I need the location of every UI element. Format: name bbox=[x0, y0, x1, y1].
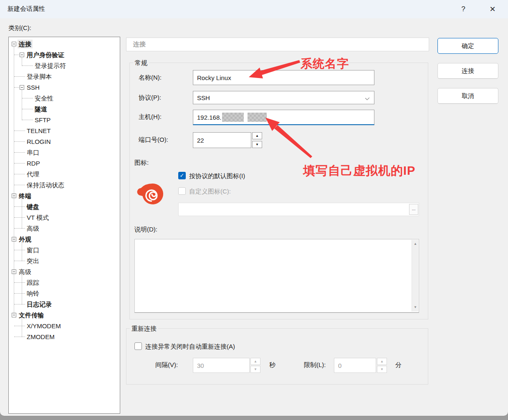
tree-item[interactable]: SSH bbox=[9, 82, 120, 93]
interval-label: 间隔(V): bbox=[155, 361, 178, 369]
tree-connector-line bbox=[22, 242, 22, 261]
tree-item[interactable]: 保持活动状态 bbox=[9, 180, 120, 191]
tree-item-label: 外观 bbox=[18, 235, 33, 244]
tree-item[interactable]: 登录脚本 bbox=[9, 71, 120, 82]
description-label: 说明(D): bbox=[134, 226, 157, 234]
tree-item[interactable]: VT 模式 bbox=[9, 212, 120, 223]
host-redacted-block bbox=[222, 113, 244, 122]
custom-icon-path-input[interactable] bbox=[178, 203, 419, 216]
icon-label: 图标: bbox=[134, 159, 149, 167]
tree-branch-line bbox=[14, 76, 25, 77]
protocol-select[interactable]: SSH bbox=[193, 91, 374, 104]
tree-item[interactable]: 用户身份验证 bbox=[9, 50, 120, 60]
tree-item-label: 窗口 bbox=[25, 246, 40, 254]
tree-collapse-icon[interactable] bbox=[20, 85, 24, 90]
tree-item-label: 连接 bbox=[18, 40, 33, 48]
tree-item-label: 安全性 bbox=[33, 94, 55, 103]
xshell-app-icon bbox=[137, 183, 164, 207]
tree-item-label: 隧道 bbox=[33, 105, 48, 113]
port-spin-up-icon[interactable]: ▲ bbox=[252, 132, 262, 139]
tree-item[interactable]: 登录提示符 bbox=[9, 60, 120, 71]
limit-spin-up-icon[interactable]: ▲ bbox=[377, 358, 387, 365]
help-icon[interactable]: ? bbox=[456, 3, 470, 15]
name-input[interactable]: Rocky Linux bbox=[193, 70, 374, 85]
tree-item[interactable]: 键盘 bbox=[9, 201, 120, 212]
tree-item[interactable]: 突出 bbox=[9, 256, 120, 267]
tree-branch-line bbox=[14, 87, 19, 88]
tree-branch-line bbox=[14, 152, 25, 153]
dialog-title: 新建会话属性 bbox=[8, 5, 45, 13]
custom-icon-checkbox[interactable] bbox=[178, 187, 186, 195]
tree-collapse-icon[interactable] bbox=[12, 42, 16, 46]
scroll-down-icon[interactable]: ▼ bbox=[412, 304, 419, 311]
tree-item[interactable]: 终端 bbox=[9, 191, 120, 201]
tree-connector-line bbox=[22, 199, 22, 229]
description-textarea[interactable]: ▲ ▼ bbox=[134, 239, 419, 313]
tree-item[interactable]: 外观 bbox=[9, 234, 120, 245]
tree-connector-line bbox=[22, 58, 22, 66]
tree-branch-line bbox=[14, 163, 25, 163]
tree-item[interactable]: RLOGIN bbox=[9, 136, 120, 147]
port-label: 端口号(O): bbox=[139, 136, 168, 144]
tree-item[interactable]: 高级 bbox=[9, 267, 120, 277]
port-spin-down-icon[interactable]: ▼ bbox=[252, 141, 262, 148]
browse-button[interactable]: ... bbox=[409, 204, 418, 215]
panel-header: 连接 bbox=[126, 38, 429, 51]
tree-item[interactable]: RDP bbox=[9, 158, 120, 169]
port-input[interactable]: 22 bbox=[193, 132, 251, 148]
ok-button[interactable]: 确定 bbox=[437, 38, 498, 54]
tree-rows: 连接用户身份验证登录提示符登录脚本SSH安全性隧道SFTPTELNETRLOGI… bbox=[9, 39, 120, 342]
interval-input[interactable]: 30 bbox=[193, 358, 250, 373]
auto-reconnect-checkbox-label: 连接异常关闭时自动重新连接(A) bbox=[145, 343, 235, 351]
tree-branch-line bbox=[14, 282, 25, 283]
tree-branch-line bbox=[14, 337, 25, 337]
tree-branch-line bbox=[14, 304, 25, 304]
cancel-button[interactable]: 取消 bbox=[437, 88, 498, 104]
tree-branch-line bbox=[22, 98, 33, 98]
tree-item[interactable]: 隧道 bbox=[9, 104, 120, 115]
host-redacted-block bbox=[248, 113, 267, 122]
tree-item[interactable]: ZMODEM bbox=[9, 332, 120, 342]
connect-button[interactable]: 连接 bbox=[437, 63, 498, 79]
tree-branch-line bbox=[14, 174, 25, 174]
limit-spin-down-icon[interactable]: ▼ bbox=[377, 366, 387, 373]
protocol-label: 协议(P): bbox=[139, 94, 161, 102]
tree-item[interactable]: 安全性 bbox=[9, 93, 120, 104]
title-bar: 新建会话属性 ? ✕ bbox=[0, 0, 508, 18]
host-input[interactable]: 192.168. bbox=[193, 110, 374, 125]
tree-item[interactable]: 文件传输 bbox=[9, 310, 120, 321]
description-scrollbar[interactable]: ▲ ▼ bbox=[412, 240, 418, 312]
scroll-up-icon[interactable]: ▲ bbox=[412, 241, 419, 247]
tree-branch-line bbox=[14, 55, 19, 55]
tree-item-label: 高级 bbox=[18, 267, 33, 276]
auto-reconnect-checkbox[interactable] bbox=[134, 342, 142, 350]
tree-item-label: 登录脚本 bbox=[25, 72, 53, 81]
tree-item[interactable]: 跟踪 bbox=[9, 277, 120, 288]
category-tree: 连接用户身份验证登录提示符登录脚本SSH安全性隧道SFTPTELNETRLOGI… bbox=[8, 37, 120, 414]
tree-branch-line bbox=[14, 293, 25, 294]
tree-item-label: 登录提示符 bbox=[33, 61, 67, 70]
custom-icon-checkbox-label: 自定义图标(C): bbox=[189, 188, 231, 196]
limit-input[interactable]: 0 bbox=[334, 358, 376, 373]
interval-spin-down-icon[interactable]: ▼ bbox=[250, 366, 260, 373]
tree-collapse-icon[interactable] bbox=[20, 53, 24, 57]
tree-item[interactable]: 窗口 bbox=[9, 245, 120, 256]
tree-item[interactable]: 高级 bbox=[9, 223, 120, 234]
reconnect-group-title: 重新连接 bbox=[130, 325, 158, 333]
tree-item[interactable]: TELNET bbox=[9, 126, 120, 136]
close-icon[interactable]: ✕ bbox=[485, 3, 500, 15]
interval-spin-up-icon[interactable]: ▲ bbox=[250, 358, 260, 365]
new-session-properties-dialog: 新建会话属性 ? ✕ 类别(C): 连接用户身份验证登录提示符登录脚本SSH安全… bbox=[0, 0, 508, 416]
tree-branch-line bbox=[14, 131, 25, 131]
tree-branch-line bbox=[22, 65, 33, 66]
tree-item-label: 突出 bbox=[25, 257, 40, 265]
tree-item[interactable]: 日志记录 bbox=[9, 299, 120, 310]
tree-item[interactable]: 串口 bbox=[9, 147, 120, 158]
tree-item[interactable]: 连接 bbox=[9, 39, 120, 50]
tree-item[interactable]: SFTP bbox=[9, 115, 120, 126]
tree-item[interactable]: 响铃 bbox=[9, 288, 120, 299]
tree-item[interactable]: X/YMODEM bbox=[9, 321, 120, 332]
default-icon-checkbox[interactable]: ✓ bbox=[178, 172, 186, 179]
name-value: Rocky Linux bbox=[197, 74, 231, 81]
tree-item[interactable]: 代理 bbox=[9, 169, 120, 180]
